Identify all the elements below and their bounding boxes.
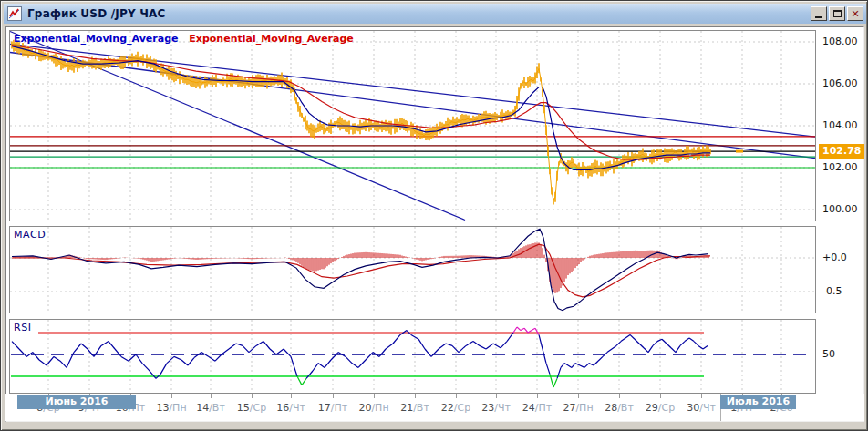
date-label: 27/Пн [563,402,593,414]
date-tick [171,394,172,398]
macd-panel[interactable]: MACD [9,226,816,313]
window-controls: ✕ [811,6,863,21]
rsi-panel[interactable]: RSI [9,319,816,394]
date-tick [660,394,661,398]
price-tick-label: 104.00 [822,119,858,131]
date-label: 15/Ср [237,402,266,414]
date-label: 30/Чт [687,402,716,414]
price-tick-label: 106.00 [822,77,858,89]
rsi-tick-label: 50 [822,348,835,360]
price-tick-label: 102.00 [822,161,858,173]
macd-tick-label: +0.0 [822,251,847,263]
ema-legend-blue: Exponential_Moving_Average [14,33,178,45]
minimize-icon [815,16,822,18]
macd-tick-label: -0.5 [822,285,842,297]
close-button[interactable]: ✕ [847,6,863,21]
month-label-june: Июнь 2016 [17,395,136,409]
app-window: График USD /JPY ЧАС ✕ Exponential_Moving… [0,0,868,431]
macd-label: MACD [14,229,46,241]
date-tick [537,394,538,398]
date-tick [701,394,702,398]
month-label-july: Июль 2016 [720,395,796,409]
price-axis[interactable]: 108.00106.00104.00102.00100.00+0.0-0.550… [818,26,867,395]
rsi-canvas [9,319,816,394]
date-label: 24/Пт [522,402,552,414]
date-label: 28/Вт [604,402,634,414]
date-tick [578,394,579,398]
date-tick [333,394,334,398]
date-tick [456,394,457,398]
date-tick [496,394,497,398]
date-tick [211,394,212,398]
rsi-label: RSI [14,322,32,334]
date-tick [252,394,253,398]
current-price-label: 102.78 [819,144,864,159]
ema-legend-red: Exponential_Moving_Average [189,33,353,45]
date-tick [374,394,375,398]
date-axis[interactable]: 8/Ср9/Чт10/Пт13/Пн14/Вт15/Ср16/Чт17/Пт20… [5,394,864,421]
price-tick-label: 108.00 [822,36,858,47]
maximize-icon [833,10,842,17]
date-label: 20/Пн [358,402,388,414]
date-label: 16/Чт [276,402,305,414]
macd-canvas [9,226,816,313]
price-chart-canvas [9,30,816,221]
date-tick [291,394,292,398]
price-tick-label: 100.00 [822,203,858,215]
date-label: 14/Вт [196,402,225,414]
maximize-button[interactable] [829,6,845,21]
close-icon: ✕ [851,9,859,19]
date-label: 29/Ср [646,402,675,414]
title-bar[interactable]: График USD /JPY ЧАС ✕ [4,4,866,24]
price-chart-panel[interactable]: Exponential_Moving_Average Exponential_M… [9,30,816,221]
chart-app-icon [7,6,22,21]
indicator-legend: Exponential_Moving_Average Exponential_M… [14,33,361,45]
date-label: 17/Пт [318,402,347,414]
date-tick [619,394,620,398]
date-tick [415,394,416,398]
date-label: 21/Вт [400,402,429,414]
minimize-button[interactable] [811,6,827,21]
window-title: График USD /JPY ЧАС [27,7,166,20]
date-label: 23/Чт [481,402,511,414]
date-label: 22/Ср [441,402,470,414]
date-label: 13/Пн [156,402,186,414]
